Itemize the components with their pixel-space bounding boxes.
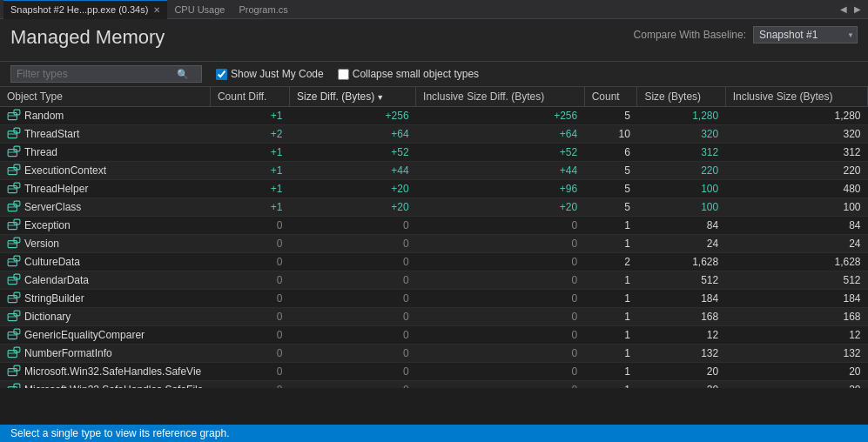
- tab-bar-right: ◀ ▶: [837, 4, 865, 14]
- show-just-my-code-label[interactable]: Show Just My Code: [216, 68, 324, 80]
- cell-size: 320: [637, 125, 725, 144]
- type-name: ExecutionContext: [24, 164, 106, 177]
- cell-count-diff: +1: [210, 162, 289, 180]
- cell-count-diff: 0: [210, 253, 289, 271]
- cell-type: GenericEqualityComparer: [0, 326, 210, 345]
- tab-program-cs[interactable]: Program.cs: [232, 0, 294, 19]
- table-row[interactable]: ThreadStart +2 +64 +64 10 320 320: [0, 125, 868, 144]
- cell-size: 220: [637, 162, 725, 180]
- title-bar: Snapshot #2 He...pp.exe (0.34s) ✕ CPU Us…: [0, 0, 868, 19]
- cell-inc-size: 184: [725, 290, 867, 308]
- cell-count: 1: [584, 271, 637, 290]
- cell-type: Random: [0, 107, 210, 125]
- cell-count: 1: [584, 345, 637, 363]
- type-name: GenericEqualityComparer: [24, 329, 145, 341]
- cell-inc-size-diff: 0: [416, 235, 585, 253]
- cell-size-diff: +64: [290, 125, 416, 144]
- col-inc-size[interactable]: Inclusive Size (Bytes): [725, 87, 867, 107]
- cell-type: Dictionary: [0, 308, 210, 326]
- show-just-my-code-checkbox[interactable]: [216, 69, 227, 80]
- table-row[interactable]: Version 0 0 0 1 24 24: [0, 235, 868, 253]
- svg-rect-12: [8, 186, 17, 193]
- type-icon: [7, 273, 21, 287]
- collapse-small-checkbox[interactable]: [338, 69, 349, 80]
- table-row[interactable]: NumberFormatInfo 0 0 0 1 132 132: [0, 345, 868, 363]
- cell-inc-size: 132: [725, 345, 867, 363]
- cell-count-diff: 0: [210, 326, 289, 345]
- filter-box[interactable]: 🔍: [10, 65, 202, 83]
- cell-count-diff: +1: [210, 107, 289, 125]
- cell-inc-size: 24: [725, 235, 867, 253]
- show-just-my-code-text: Show Just My Code: [231, 68, 324, 80]
- cell-size-diff: +20: [290, 198, 416, 217]
- cell-inc-size: 20: [725, 381, 867, 389]
- cell-inc-size: 312: [725, 144, 867, 162]
- col-inc-size-diff[interactable]: Inclusive Size Diff. (Bytes): [416, 87, 585, 107]
- type-icon: [7, 109, 21, 123]
- svg-rect-18: [8, 223, 17, 230]
- page-title: Managed Memory: [10, 26, 165, 49]
- cell-type: Version: [0, 235, 210, 253]
- table-row[interactable]: Exception 0 0 0 1 84 84: [0, 217, 868, 235]
- cell-size: 100: [637, 180, 725, 198]
- svg-rect-3: [8, 131, 17, 138]
- scroll-left-icon[interactable]: ◀: [837, 4, 851, 14]
- cell-count: 10: [584, 125, 637, 144]
- cell-count: 5: [584, 107, 637, 125]
- status-text: Select a single type to view its referen…: [10, 427, 229, 439]
- type-name: NumberFormatInfo: [24, 347, 112, 359]
- table-row[interactable]: Dictionary 0 0 0 1 168 168: [0, 308, 868, 326]
- cell-count: 2: [584, 253, 637, 271]
- type-name: Version: [24, 238, 59, 250]
- table-row[interactable]: Microsoft.Win32.SafeHandles.SafeFile 0 0…: [0, 381, 868, 389]
- col-size-diff[interactable]: Size Diff. (Bytes)▼: [290, 87, 416, 107]
- compare-row: Compare With Baseline: Snapshot #1: [634, 26, 858, 44]
- cell-count-diff: 0: [210, 345, 289, 363]
- type-name: ThreadStart: [24, 128, 79, 140]
- cell-inc-size: 84: [725, 217, 867, 235]
- table-row[interactable]: Microsoft.Win32.SafeHandles.SafeVie 0 0 …: [0, 363, 868, 381]
- tab-program-label: Program.cs: [239, 4, 287, 15]
- cell-count-diff: 0: [210, 235, 289, 253]
- type-icon: [7, 200, 21, 214]
- tab-cpu-usage[interactable]: CPU Usage: [167, 0, 232, 19]
- svg-rect-0: [8, 113, 17, 120]
- table-row[interactable]: GenericEqualityComparer 0 0 0 1 12 12: [0, 326, 868, 345]
- compare-select[interactable]: Snapshot #1: [753, 26, 858, 44]
- close-icon[interactable]: ✕: [153, 5, 160, 15]
- cell-size-diff: +20: [290, 180, 416, 198]
- table-row[interactable]: Thread +1 +52 +52 6 312 312: [0, 144, 868, 162]
- table-row[interactable]: Random +1 +256 +256 5 1,280 1,280: [0, 107, 868, 125]
- cell-count-diff: +1: [210, 144, 289, 162]
- table-area[interactable]: Object Type Count Diff. Size Diff. (Byte…: [0, 87, 868, 388]
- tab-snapshot[interactable]: Snapshot #2 He...pp.exe (0.34s) ✕: [3, 0, 167, 19]
- collapse-small-label[interactable]: Collapse small object types: [338, 68, 479, 80]
- scroll-right-icon[interactable]: ▶: [851, 4, 865, 14]
- cell-inc-size: 480: [725, 180, 867, 198]
- table-row[interactable]: ThreadHelper +1 +20 +96 5 100 480: [0, 180, 868, 198]
- table-row[interactable]: CultureData 0 0 0 2 1,628 1,628: [0, 253, 868, 271]
- compare-label: Compare With Baseline:: [634, 29, 746, 41]
- type-icon: [7, 291, 21, 305]
- table-row[interactable]: ServerClass +1 +20 +20 5 100 100: [0, 198, 868, 217]
- svg-rect-45: [8, 387, 17, 388]
- col-count[interactable]: Count: [584, 87, 637, 107]
- table-row[interactable]: ExecutionContext +1 +44 +44 5 220 220: [0, 162, 868, 180]
- col-size[interactable]: Size (Bytes): [637, 87, 725, 107]
- table-row[interactable]: StringBuilder 0 0 0 1 184 184: [0, 290, 868, 308]
- type-icon: [7, 145, 21, 159]
- cell-count-diff: +1: [210, 198, 289, 217]
- cell-count: 5: [584, 180, 637, 198]
- col-type[interactable]: Object Type: [0, 87, 210, 107]
- cell-count: 1: [584, 217, 637, 235]
- compare-select-wrapper[interactable]: Snapshot #1: [753, 26, 858, 44]
- status-bar: Select a single type to view its referen…: [0, 425, 868, 442]
- cell-size-diff: 0: [290, 363, 416, 381]
- svg-rect-9: [8, 168, 17, 175]
- cell-count-diff: 0: [210, 290, 289, 308]
- col-count-diff[interactable]: Count Diff.: [210, 87, 289, 107]
- cell-inc-size-diff: 0: [416, 308, 585, 326]
- cell-inc-size: 100: [725, 198, 867, 217]
- table-row[interactable]: CalendarData 0 0 0 1 512 512: [0, 271, 868, 290]
- filter-input[interactable]: [17, 68, 173, 80]
